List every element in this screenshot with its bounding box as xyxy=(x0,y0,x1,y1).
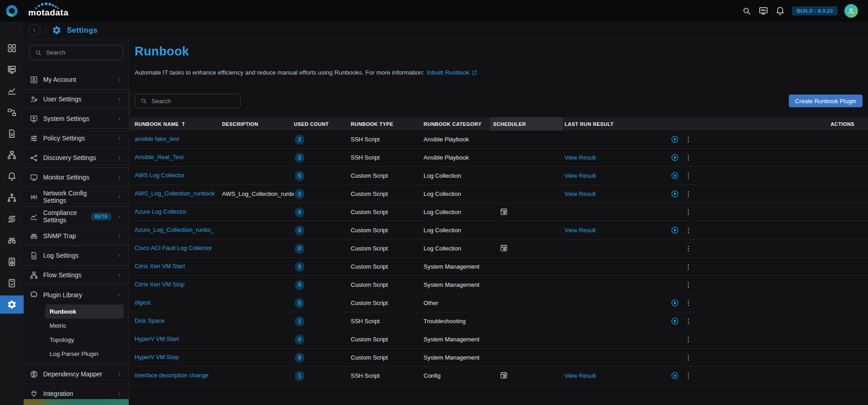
row-menu-button[interactable] xyxy=(684,335,692,344)
sidebar-subitem-runbook[interactable]: Runbook xyxy=(45,305,124,319)
rail-item-reports[interactable] xyxy=(3,253,21,271)
create-runbook-plugin-button[interactable]: Create Runbook Plugin xyxy=(789,95,863,107)
sidebar-item-monitor-settings[interactable]: Monitor Settings xyxy=(24,168,128,187)
row-menu-button[interactable] xyxy=(684,190,692,198)
column-header-runbook-type[interactable]: RUNBOOK TYPE xyxy=(351,121,424,127)
view-result-link[interactable]: View Result xyxy=(565,372,595,379)
view-result-link[interactable]: View Result xyxy=(565,190,595,197)
sidebar-item-network-config-settings[interactable]: Network Config Settings xyxy=(24,187,128,207)
view-result-link[interactable]: View Result xyxy=(565,154,595,161)
run-runbook-button[interactable] xyxy=(671,317,679,325)
run-runbook-button[interactable] xyxy=(671,153,679,162)
runbook-name-link[interactable]: ansible fake_test xyxy=(135,135,179,142)
column-header-description[interactable]: DESCRIPTION xyxy=(222,121,294,127)
runbook-name-link[interactable]: digest xyxy=(135,299,151,306)
sidebar-subitem-log-parser-plugin[interactable]: Log Parser Plugin xyxy=(45,347,124,361)
sidebar-item-policy-settings[interactable]: Policy Settings xyxy=(24,129,128,148)
motadata-ring-logo[interactable] xyxy=(0,4,24,18)
sidebar-item-discovery-settings[interactable]: Discovery Settings xyxy=(24,148,128,168)
run-runbook-button[interactable] xyxy=(671,190,679,198)
row-menu-button[interactable] xyxy=(684,208,692,216)
table-search-input[interactable] xyxy=(151,98,235,105)
sidebar-item-user-settings[interactable]: User Settings xyxy=(24,90,128,109)
scheduler-calendar-icon[interactable] xyxy=(500,371,508,380)
sidebar-item-plugin-library[interactable]: Plugin Library xyxy=(24,285,128,305)
inbuilt-runbook-link[interactable]: Inbuilt Runbook xyxy=(427,69,478,76)
row-menu-button[interactable] xyxy=(684,317,692,325)
runbook-name-link[interactable]: HyperV VM Start xyxy=(135,335,179,342)
column-header-runbook-name[interactable]: RUNBOOK NAME↑ xyxy=(135,121,222,127)
rail-item-audit[interactable] xyxy=(3,274,21,292)
back-button[interactable] xyxy=(28,24,40,36)
runbook-name-link[interactable]: Cisco ACI Fault Log Collector xyxy=(135,245,212,251)
sidebar-item-log-settings[interactable]: Log Settings xyxy=(24,246,128,265)
row-menu-button[interactable] xyxy=(684,135,692,144)
run-runbook-button[interactable] xyxy=(671,299,679,307)
row-menu-button[interactable] xyxy=(684,172,692,180)
rail-item-logs[interactable] xyxy=(3,125,21,143)
sidebar-item-snmp-trap[interactable]: SNMP Trap xyxy=(24,226,128,246)
sidebar-item-system-settings[interactable]: System Settings xyxy=(24,109,128,129)
sidebar-subitem-metric[interactable]: Metric xyxy=(45,319,124,333)
row-menu-button[interactable] xyxy=(684,154,692,162)
runbook-category-cell: Other xyxy=(424,300,493,306)
view-result-link[interactable]: View Result xyxy=(565,172,595,179)
runbook-name-link[interactable]: AWS_Log_Collection_runbook xyxy=(135,190,215,197)
runbook-name-link[interactable]: Ansible_Real_Test xyxy=(135,154,184,160)
sidebar-item-integration[interactable]: Integration xyxy=(24,384,128,399)
user-avatar[interactable] xyxy=(844,4,858,18)
sidebar-item-dependency-mapper[interactable]: Dependency Mapper xyxy=(24,365,128,384)
rail-item-topology[interactable] xyxy=(3,103,21,121)
row-menu-button[interactable] xyxy=(684,263,692,271)
scheduler-calendar-icon[interactable] xyxy=(500,207,508,216)
runbook-name-link[interactable]: Disk Space xyxy=(135,317,165,324)
runbook-name-link[interactable]: HyperV VM Stop xyxy=(135,354,179,360)
row-menu-button[interactable] xyxy=(684,372,692,380)
rail-item-settings[interactable] xyxy=(0,295,24,314)
runbook-name-link[interactable]: Citrix Xen VM Start xyxy=(135,263,185,270)
rail-item-network[interactable] xyxy=(3,146,21,164)
sidebar-resize-handle[interactable] xyxy=(129,89,131,115)
rail-item-ncm[interactable] xyxy=(3,210,21,228)
run-runbook-button[interactable] xyxy=(671,226,679,235)
run-runbook-button[interactable] xyxy=(671,371,679,380)
column-header-scheduler[interactable]: SCHEDULER xyxy=(490,117,563,130)
sidebar-item-compliance-settings[interactable]: Compliance Settings BETA xyxy=(24,207,128,226)
notifications-bell-icon[interactable] xyxy=(775,6,785,16)
row-menu-button[interactable] xyxy=(684,281,692,289)
rail-item-discovery[interactable] xyxy=(3,231,21,250)
view-result-link[interactable]: View Result xyxy=(565,227,595,234)
row-menu-button[interactable] xyxy=(684,299,692,307)
table-search-box[interactable] xyxy=(135,94,241,108)
run-runbook-button[interactable] xyxy=(671,135,679,144)
runbook-name-link[interactable]: Azure Log Collector xyxy=(135,208,187,215)
rail-item-flows[interactable] xyxy=(3,189,21,207)
row-menu-button[interactable] xyxy=(684,245,692,253)
runbook-name-link[interactable]: AWS Log Collector xyxy=(135,172,184,179)
runbook-name-link[interactable]: interface description change xyxy=(135,372,209,379)
column-header-last-run-result[interactable]: LAST RUN RESULT xyxy=(565,121,669,127)
rail-item-dashboard[interactable] xyxy=(3,39,21,57)
row-menu-button[interactable] xyxy=(684,354,692,362)
rail-item-monitors[interactable] xyxy=(3,60,21,79)
used-count-badge: 5 xyxy=(295,171,304,181)
monitoring-screen-icon[interactable] xyxy=(758,6,768,16)
sidebar-subitem-topology[interactable]: Topology xyxy=(45,333,124,347)
sidebar-item-label: Monitor Settings xyxy=(43,174,89,181)
scheduler-calendar-icon[interactable] xyxy=(500,244,508,252)
brand-logo: motadata xyxy=(28,8,68,18)
sidebar-search-input[interactable] xyxy=(46,49,118,56)
column-header-actions[interactable]: ACTIONS xyxy=(669,121,863,127)
run-runbook-button[interactable] xyxy=(671,171,679,180)
row-menu-button[interactable] xyxy=(684,226,692,235)
global-search-icon[interactable] xyxy=(742,6,752,16)
column-header-runbook-category[interactable]: RUNBOOK CATEGORY xyxy=(424,121,493,127)
sidebar-item-flow-settings[interactable]: Flow Settings xyxy=(24,265,128,285)
sidebar-item-my-account[interactable]: My Account xyxy=(24,70,128,90)
rail-item-alerts[interactable] xyxy=(3,167,21,185)
rail-item-metrics[interactable] xyxy=(3,82,21,100)
runbook-name-link[interactable]: Azure_Log_Collection_runbo_ xyxy=(135,226,214,233)
runbook-name-link[interactable]: Citrix Xen VM Stop xyxy=(135,281,185,288)
column-header-used-count[interactable]: USED COUNT xyxy=(294,121,351,127)
sidebar-search-box[interactable] xyxy=(29,45,123,60)
